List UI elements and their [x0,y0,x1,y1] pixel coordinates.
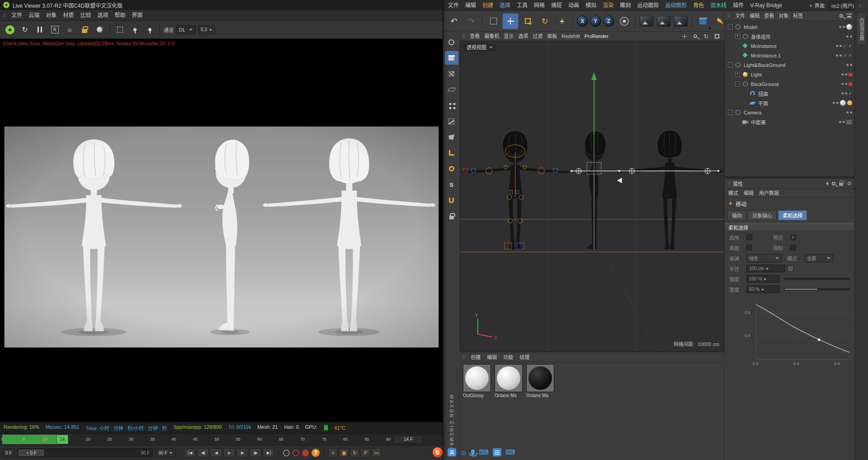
coordinate-button[interactable]: P [361,448,370,457]
range-slider-handle[interactable]: 0 F [19,450,44,456]
material-menu-item[interactable]: 纹理 [516,352,533,362]
coordinate-button[interactable]: ↻ [350,448,359,457]
view-pan-button[interactable] [681,33,688,40]
object-manager-menu-item[interactable]: 编辑 [747,11,762,21]
filter-icon[interactable] [847,14,852,18]
width-slider[interactable] [784,288,850,290]
tree-row[interactable]: 平面 [725,98,854,108]
help-button[interactable]: ? [311,449,320,457]
visibility-dots-icon[interactable] [846,64,852,66]
transport-button[interactable]: ▶ [236,448,248,457]
object-label[interactable]: 中距离 [751,119,766,126]
live-viewer-menu-item[interactable]: 材质 [60,10,77,21]
material-menu-item[interactable]: 编辑 [484,352,500,362]
ime-icon[interactable]: ⌨ [479,448,489,456]
ime-icon[interactable]: 英 [448,448,456,456]
render-canvas[interactable]: Check:0ms./1ms. MeshGen:1ms. Update[G]:2… [0,39,443,422]
object-label[interactable]: Camera [744,110,761,115]
material-item[interactable]: Octane Ma [526,364,556,398]
expand-toggle-icon[interactable]: - [728,110,733,115]
live-viewer-menu-item[interactable]: 对象 [42,10,60,21]
viewport-menu-item[interactable]: 选项 [516,32,530,41]
panel-grip-icon[interactable] [727,13,733,19]
cam-tag-icon[interactable] [846,120,852,124]
visibility-dots-icon[interactable] [836,45,842,47]
search-icon[interactable] [840,14,843,18]
view-rotate-button[interactable] [703,33,710,40]
menu-item[interactable]: 角色 [690,0,707,11]
axis-lock-toggle[interactable]: Z [603,15,614,27]
mode-select[interactable]: 全部 [804,254,833,262]
current-frame-box[interactable]: 14 F [394,435,423,444]
refresh-button[interactable] [19,24,31,36]
live-selection-button[interactable] [485,13,501,29]
rotate-tool-button[interactable] [537,13,553,29]
stepper-icon[interactable] [761,287,764,292]
transport-button[interactable]: ◀ [210,448,222,457]
tree-row[interactable]: -BackGround [725,79,854,89]
sphere-tag-icon[interactable] [846,24,852,30]
attribute-tab[interactable]: 轴向 [727,210,746,220]
object-label[interactable]: BackGround [751,81,778,87]
model-mode-button[interactable] [445,51,458,65]
range-start-input[interactable]: 0 F [3,448,14,457]
coordinate-button[interactable]: + [328,448,338,457]
render-disabled-icon[interactable] [849,82,852,86]
viewport-solo-button[interactable] [445,162,458,175]
channel-select[interactable]: DL [176,25,196,34]
visibility-dots-icon[interactable] [836,54,842,57]
tree-row[interactable]: +身体组件 [725,32,854,41]
viewport-menu-item[interactable]: 摄像机 [482,32,501,41]
axis-lock-toggle[interactable]: X [577,15,588,27]
sample-rate-stepper[interactable]: 0.3 [198,25,215,34]
ime-icon[interactable]: ⌨ [505,448,515,456]
visibility-dots-icon[interactable] [839,121,845,123]
panel-grip-icon[interactable] [462,354,467,360]
object-manager-menu-item[interactable]: 对象 [776,11,791,21]
render-disabled-icon[interactable] [849,73,852,76]
transport-button[interactable]: ▶| [263,448,274,457]
live-viewer-menu-item[interactable]: 云端 [25,10,42,21]
ime-icon[interactable]: 田 [493,448,501,456]
attribute-menu-item[interactable]: 编辑 [741,189,756,198]
transport-button[interactable]: ◀| [197,448,209,457]
expand-toggle-icon[interactable]: - [735,81,740,86]
expand-toggle-icon[interactable]: - [728,62,733,67]
coordinate-button[interactable]: ▣ [339,448,349,457]
object-label[interactable]: MoInstance.1 [751,53,781,58]
live-viewer-menu-item[interactable]: 界面 [128,10,146,21]
menu-item[interactable]: 捕捉 [548,0,565,11]
coordinate-button[interactable]: ▭ [372,448,381,457]
transport-button[interactable]: |▶ [250,448,261,457]
tree-row[interactable]: MoInstance.1✓✓ [725,51,854,60]
add-primitive-button[interactable] [695,13,711,29]
ime-icon[interactable] [471,450,475,455]
live-viewer-menu-item[interactable]: 帮助 [111,10,128,21]
points-mode-button[interactable] [445,99,458,112]
object-label[interactable]: MoInstance [751,43,777,49]
preview-checkbox[interactable]: ✓ [790,234,796,240]
menu-item[interactable]: 选择 [496,0,514,11]
material-name[interactable]: Octane Ma [526,392,554,398]
panel-grip-icon[interactable] [3,12,8,19]
stepper-icon[interactable] [764,276,767,282]
tree-row[interactable]: 中距离 [725,117,854,127]
menu-item[interactable]: 渲染 [599,0,617,11]
panel-grip-icon[interactable] [859,3,864,9]
gear-icon[interactable] [847,180,852,187]
expand-toggle-icon[interactable]: - [728,24,733,29]
live-viewer-menu-item[interactable]: 文件 [8,10,25,21]
viewport-menu-item[interactable]: ProRender [582,32,611,41]
render-settings-button[interactable] [673,13,689,29]
menu-item[interactable]: 模拟 [582,0,599,11]
radius-extra-box[interactable] [787,266,793,272]
object-manager-menu-item[interactable]: 查看 [762,11,776,21]
material-menu-item[interactable]: 创建 [467,352,484,362]
restart-render-button[interactable]: R [48,24,61,36]
view-maximize-button[interactable] [713,33,721,40]
attribute-tab[interactable]: 对象轴心 [748,210,777,220]
strength-input[interactable]: 100 % [746,275,780,283]
viewport-menu-item[interactable]: 过滤 [530,32,545,41]
lock-icon[interactable] [839,183,843,186]
strength-slider[interactable] [784,278,850,280]
